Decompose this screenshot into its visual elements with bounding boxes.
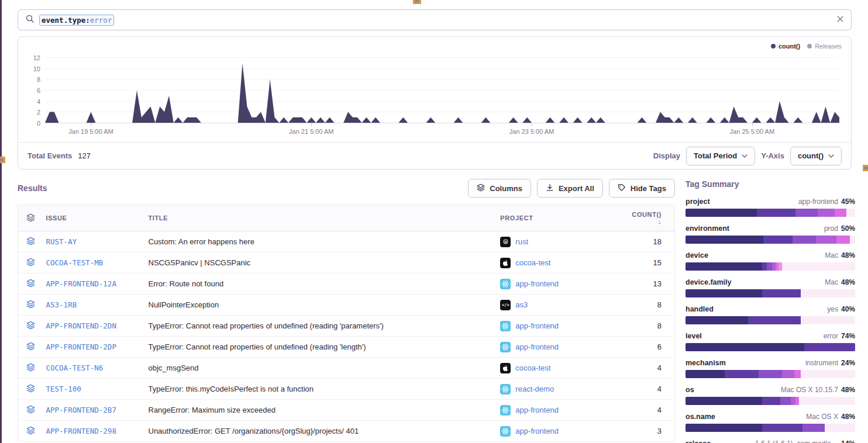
legend-item-count[interactable]: count() bbox=[771, 43, 800, 50]
tag-bar-segment[interactable] bbox=[791, 397, 796, 405]
tag-bar-segment[interactable] bbox=[767, 262, 772, 271]
issue-link[interactable]: AS3-1RB bbox=[46, 300, 77, 309]
tag-top-value: Mac OS X 10.15.7 bbox=[781, 386, 838, 394]
tag-bar-segment[interactable] bbox=[725, 370, 759, 378]
tag-bar-segment[interactable] bbox=[759, 370, 783, 378]
crop-handle-right[interactable] bbox=[863, 165, 868, 171]
tag-bar-segment[interactable] bbox=[794, 370, 801, 378]
tag-name: handled bbox=[686, 305, 714, 313]
search-bar[interactable]: event.type:error bbox=[18, 9, 852, 30]
project-link[interactable]: as3 bbox=[515, 300, 528, 309]
tag-top-value: error bbox=[824, 332, 838, 340]
project-link[interactable]: react-demo bbox=[515, 385, 554, 393]
tag-bar-segment[interactable] bbox=[802, 424, 825, 432]
tag-bar-segment[interactable] bbox=[686, 289, 762, 297]
issue-link[interactable]: APP-FRONTEND-12A bbox=[46, 279, 116, 288]
column-header-project[interactable]: PROJECT bbox=[495, 205, 627, 231]
project-link[interactable]: app-frontend bbox=[515, 321, 559, 330]
issue-link[interactable]: TEST-100 bbox=[46, 385, 81, 393]
issue-link[interactable]: APP-FRONTEND-2B7 bbox=[46, 406, 116, 414]
legend-item-Releases[interactable]: Releases bbox=[807, 43, 842, 50]
tag-name: device bbox=[686, 251, 708, 259]
hide-tags-button[interactable]: Hide Tags bbox=[609, 179, 675, 198]
tag-bar-segment[interactable] bbox=[762, 289, 801, 297]
crop-handle-left[interactable] bbox=[0, 157, 5, 163]
tag-bar-segment[interactable] bbox=[686, 397, 762, 405]
x-axis-tick bbox=[91, 123, 91, 126]
issue-link[interactable]: APP-FRONTEND-2DN bbox=[46, 321, 116, 330]
search-query-token[interactable]: event.type:error bbox=[39, 15, 114, 26]
count-value: 13 bbox=[627, 274, 674, 295]
issue-link[interactable]: COCOA-TEST-MB bbox=[46, 258, 104, 267]
count-value: 4 bbox=[627, 400, 674, 421]
tag-bar-segment[interactable] bbox=[686, 236, 763, 244]
close-icon[interactable] bbox=[836, 15, 844, 25]
table-row: APP-FRONTEND-2DNTypeError: Cannot read p… bbox=[18, 316, 675, 337]
tag-top-percent: 48% bbox=[841, 386, 855, 394]
events-area-chart[interactable]: 024681012Jan 19 5:00 AMJan 21 5:00 AMJan… bbox=[45, 58, 839, 123]
project-link[interactable]: app-frontend bbox=[515, 279, 559, 288]
tag-distribution-bar[interactable] bbox=[686, 370, 855, 378]
tag-bar-segment[interactable] bbox=[780, 397, 790, 405]
legend-dot bbox=[771, 44, 776, 49]
tag-top-percent: 48% bbox=[841, 413, 855, 421]
tag-bar-segment[interactable] bbox=[835, 209, 846, 217]
tag-bar-segment[interactable] bbox=[686, 316, 748, 324]
tag-bar-segment[interactable] bbox=[836, 236, 850, 244]
tag-bar-segment[interactable] bbox=[762, 424, 803, 432]
issue-stack-icon bbox=[18, 274, 42, 295]
column-header-count[interactable]: COUNT() ↓ bbox=[627, 205, 674, 231]
tag-bar-segment[interactable] bbox=[686, 262, 762, 271]
tag-bar-segment[interactable] bbox=[686, 209, 757, 217]
tag-bar-segment[interactable] bbox=[804, 343, 855, 351]
tag-distribution-bar[interactable] bbox=[686, 236, 855, 244]
column-header-title[interactable]: TITLE bbox=[144, 205, 496, 231]
table-row: AS3-1RBNullPointerException</>as38 bbox=[18, 295, 675, 316]
project-link[interactable]: app-frontend bbox=[515, 342, 559, 351]
tag-bar-segment[interactable] bbox=[795, 209, 818, 217]
project-link[interactable]: cocoa-test bbox=[515, 258, 550, 267]
project-link[interactable]: rust bbox=[515, 237, 528, 246]
yaxis-dropdown[interactable]: count() bbox=[790, 147, 842, 165]
project-link[interactable]: cocoa-test bbox=[515, 364, 550, 372]
issue-link[interactable]: RUST-AY bbox=[46, 237, 77, 246]
tag-bar-segment[interactable] bbox=[762, 397, 781, 405]
tag-bar-segment[interactable] bbox=[686, 343, 804, 351]
tag-distribution-bar[interactable] bbox=[686, 289, 855, 297]
tag-summary-item-release: release1.6.1 (1.6.1), com.media…14% bbox=[686, 439, 855, 443]
tag-bar-segment[interactable] bbox=[686, 424, 762, 432]
tag-distribution-bar[interactable] bbox=[686, 397, 855, 405]
tag-distribution-bar[interactable] bbox=[686, 262, 855, 271]
tag-summary-item-os: osMac OS X 10.15.748% bbox=[686, 386, 855, 405]
project-link[interactable]: app-frontend bbox=[515, 427, 559, 435]
tag-bar-segment[interactable] bbox=[686, 370, 725, 378]
issue-link[interactable]: COCOA-TEST-N6 bbox=[46, 364, 104, 372]
tag-icon bbox=[618, 184, 626, 193]
x-axis-tick-label: Jan 19 5:00 AM bbox=[68, 128, 113, 135]
tag-distribution-bar[interactable] bbox=[686, 316, 855, 324]
tag-distribution-bar[interactable] bbox=[686, 424, 855, 432]
tag-bar-segment[interactable] bbox=[816, 236, 836, 244]
tag-bar-segment[interactable] bbox=[757, 209, 796, 217]
project-link[interactable]: app-frontend bbox=[515, 406, 559, 414]
table-row: COCOA-TEST-MBNSCGSPanicv | NSCGSPaniccoc… bbox=[18, 252, 675, 274]
chevron-down-icon bbox=[742, 154, 748, 158]
tag-distribution-bar[interactable] bbox=[686, 209, 855, 217]
tag-summary-item-os.name: os.nameMac OS X48% bbox=[686, 413, 855, 432]
issue-link[interactable]: APP-FRONTEND-2DP bbox=[46, 342, 116, 351]
crop-handle-top[interactable] bbox=[413, 0, 421, 4]
tag-top-value: app-frontend bbox=[798, 198, 838, 206]
issue-link[interactable]: APP-FRONTEND-298 bbox=[46, 427, 116, 435]
tag-bar-segment[interactable] bbox=[818, 209, 835, 217]
tag-bar-segment[interactable] bbox=[793, 236, 817, 244]
tag-bar-segment[interactable] bbox=[763, 236, 792, 244]
tag-distribution-bar[interactable] bbox=[686, 343, 855, 351]
export-all-button[interactable]: Export All bbox=[537, 179, 603, 198]
column-header-issue[interactable]: ISSUE bbox=[42, 205, 144, 231]
tag-bar-segment[interactable] bbox=[748, 316, 801, 324]
tag-bar-segment[interactable] bbox=[762, 262, 767, 271]
count-value: 18 bbox=[627, 231, 674, 252]
columns-button[interactable]: Columns bbox=[468, 179, 531, 198]
display-dropdown[interactable]: Total Period bbox=[686, 147, 755, 165]
tag-bar-segment[interactable] bbox=[782, 370, 794, 378]
